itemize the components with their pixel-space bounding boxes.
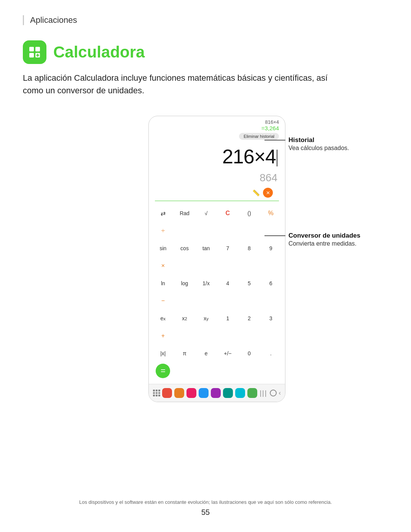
calc-row-3: ln log 1/x 4 5 6 − [153,275,281,309]
btn-sqrt[interactable]: √ [196,205,217,222]
app-icon [23,40,46,64]
calc-row-4: ex x2 xy 1 2 3 + [153,310,281,344]
btn-8[interactable]: 8 [239,240,260,257]
btn-rad[interactable]: Rad [174,205,195,222]
section-header-text: Aplicaciones [30,15,77,25]
calc-row-2: sin cos tan 7 8 9 × [153,240,281,274]
unit-converter-row: 📏 ✕ [155,186,279,201]
btn-6[interactable]: 6 [260,275,281,292]
btn-0[interactable]: 0 [239,345,260,362]
btn-4[interactable]: 4 [217,275,238,292]
btn-divide[interactable]: ÷ [153,222,174,239]
btn-clear[interactable]: C [217,205,238,222]
svg-rect-2 [29,53,34,58]
btn-percent[interactable]: % [260,205,281,222]
conversor-bold: Conversor de unidades [288,232,360,240]
btn-dot[interactable]: . [260,345,281,362]
history-prev-result: =3,264 [155,125,279,131]
btn-xy[interactable]: xy [196,310,217,327]
grid-icon [153,390,160,396]
footer: Los dispositivos y el software están en … [0,499,411,517]
nav-icon-4[interactable] [199,388,209,398]
nav-lines: ||| [260,389,267,397]
calc-row-1: ⇄ Rad √ C () % ÷ [153,205,281,239]
btn-multiply[interactable]: × [153,257,174,274]
btn-sin[interactable]: sin [153,240,174,257]
nav-icon-7[interactable] [235,388,245,398]
annotation-text-conversor: Conversor de unidades Convierta entre me… [288,232,360,248]
btn-1[interactable]: 1 [217,310,238,327]
btn-ln[interactable]: ln [153,275,174,292]
svg-rect-0 [29,47,34,51]
footer-note: Los dispositivos y el software están en … [0,499,411,505]
btn-plus[interactable]: + [153,328,174,344]
nav-icon-8[interactable] [247,388,257,398]
btn-parens[interactable]: () [239,205,260,222]
ruler-icon: 📏 [252,189,260,197]
btn-2[interactable]: 2 [239,310,260,327]
btn-cos[interactable]: cos [174,240,195,257]
phone-screenshot: 816×4 =3,264 Eliminar historial 216×4 86… [148,116,285,402]
annotation-line-historial [264,140,285,141]
nav-icon-1[interactable] [162,388,172,398]
btn-shift[interactable]: ⇄ [153,205,174,222]
btn-7[interactable]: 7 [217,240,238,257]
btn-1x[interactable]: 1/x [196,275,217,292]
backspace-button[interactable]: ✕ [263,188,273,198]
annotation-text-historial: Historial Vea cálculos pasados. [288,136,349,152]
calculator-icon-svg [28,45,41,59]
footer-page-number: 55 [0,508,411,517]
historial-normal: Vea cálculos pasados. [288,144,349,152]
btn-pi[interactable]: π [174,345,195,362]
annotation-conversor: Conversor de unidades Convierta entre me… [264,232,360,248]
nav-icon-3[interactable] [186,388,196,398]
app-description: La aplicación Calculadora incluye funcio… [23,72,350,97]
annotation-historial: Historial Vea cálculos pasados. [264,136,349,152]
nav-circle [270,390,277,396]
nav-icon-2[interactable] [174,388,184,398]
calc-row-5: |x| π e +/− 0 . = [153,345,281,379]
app-title: Calculadora [53,43,145,61]
btn-log[interactable]: log [174,275,195,292]
conversor-normal: Convierta entre medidas. [288,240,360,248]
calc-buttons-area: ⇄ Rad √ C () % ÷ sin cos tan 7 8 9 × [149,201,285,384]
nav-bar: ||| ‹ [149,384,285,402]
btn-e[interactable]: e [196,345,217,362]
section-header: Aplicaciones [23,15,388,25]
btn-abs[interactable]: |x| [153,345,174,362]
page-container: Aplicaciones Calculadora La aplicación C… [0,0,411,532]
app-title-row: Calculadora [23,40,388,64]
btn-3[interactable]: 3 [260,310,281,327]
btn-minus[interactable]: − [153,292,174,309]
historial-bold: Historial [288,136,349,144]
annotation-line-conversor [264,235,285,236]
nav-icon-5[interactable] [211,388,221,398]
btn-x2[interactable]: x2 [174,310,195,327]
svg-rect-1 [35,47,40,51]
nav-icon-6[interactable] [223,388,233,398]
btn-plusminus[interactable]: +/− [217,345,238,362]
history-prev-expr: 816×4 [155,119,279,125]
nav-back[interactable]: ‹ [279,390,281,396]
btn-equals[interactable]: = [153,363,174,379]
btn-5[interactable]: 5 [239,275,260,292]
btn-tan[interactable]: tan [196,240,217,257]
btn-ex[interactable]: ex [153,310,174,327]
result-preview: 864 [149,172,285,186]
